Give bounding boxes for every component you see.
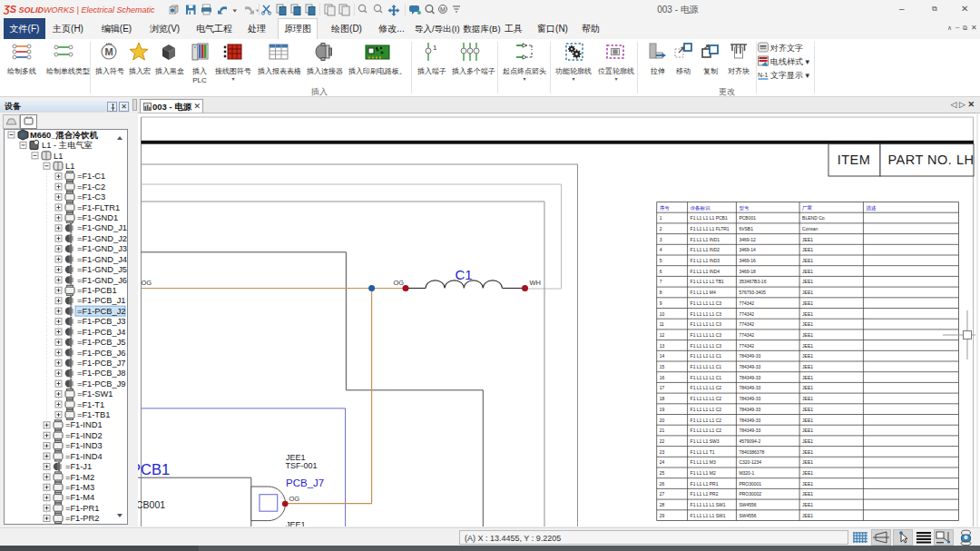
svg-text:7840386378: 7840386378 (739, 449, 764, 455)
svg-text:F1 L1 L1 SW3: F1 L1 L1 SW3 (691, 438, 720, 444)
svg-text:F1 L1 L1 IND3: F1 L1 L1 IND3 (691, 258, 720, 263)
svg-text:F1 L1 L1 L1 C2: F1 L1 L1 L1 C2 (691, 428, 722, 433)
svg-text:JEE1: JEE1 (802, 375, 813, 380)
svg-text:19: 19 (660, 407, 665, 412)
svg-text:JEE1: JEE1 (802, 247, 813, 252)
svg-text:=F1-GND_J5: =F1-GND_J5 (77, 265, 127, 274)
svg-text:F1 L1 L1 L1 C2: F1 L1 L1 L1 C2 (691, 396, 722, 401)
svg-text:JEE1: JEE1 (802, 332, 813, 338)
svg-text:784349-33: 784349-33 (739, 385, 760, 390)
svg-text:3469-16: 3469-16 (739, 258, 756, 263)
svg-text:F1 L1 L1 L1 C3: F1 L1 L1 L1 C3 (691, 300, 722, 306)
svg-text:13: 13 (660, 343, 665, 349)
svg-text:L1: L1 (65, 162, 74, 171)
svg-text:8: 8 (660, 290, 662, 295)
svg-text:JEE1: JEE1 (802, 491, 813, 497)
svg-text:=F1-IND2: =F1-IND2 (65, 431, 103, 440)
svg-text:F1 L1 L1 L1 SW1: F1 L1 L1 L1 SW1 (691, 502, 726, 507)
svg-text:=F1-PCB_J4: =F1-PCB_J4 (77, 328, 125, 337)
svg-text:=F1-M2: =F1-M2 (65, 473, 94, 482)
svg-text:F1 L1 L1 L1 C2: F1 L1 L1 L1 C2 (691, 407, 722, 412)
svg-text:3469-14: 3469-14 (739, 247, 756, 252)
svg-text:L1 - 主电气室: L1 - 主电气室 (42, 141, 93, 150)
svg-text:10: 10 (660, 311, 665, 317)
svg-text:F1 L1 L1 M3: F1 L1 L1 M3 (691, 459, 716, 465)
svg-text:9: 9 (660, 300, 662, 306)
svg-text:OG: OG (289, 495, 299, 503)
svg-text:PRO30001: PRO30001 (739, 481, 761, 487)
svg-text:=F1-T1: =F1-T1 (77, 400, 104, 409)
svg-text:774342: 774342 (739, 343, 754, 349)
svg-text:=F1-PCB_J3: =F1-PCB_J3 (77, 317, 125, 326)
svg-text:设备标识: 设备标识 (691, 205, 711, 212)
svg-text:型号: 型号 (739, 205, 750, 211)
svg-text:F1 L1 L1 PR2: F1 L1 L1 PR2 (691, 491, 719, 497)
svg-text:=F1-M3: =F1-M3 (65, 483, 94, 492)
svg-text:4: 4 (660, 247, 662, 252)
svg-text:=F1-PCB_J9: =F1-PCB_J9 (77, 379, 125, 389)
svg-text:JEE1: JEE1 (802, 502, 813, 507)
svg-text:序号: 序号 (660, 205, 671, 212)
svg-text:JEE1: JEE1 (802, 385, 813, 390)
svg-text:SW4556: SW4556 (739, 513, 756, 518)
svg-text:F1 L1 L1 IND2: F1 L1 L1 IND2 (691, 247, 720, 252)
svg-text:JEE1: JEE1 (802, 407, 813, 412)
svg-text:F1 L1 L1 L1 PCB1: F1 L1 L1 L1 PCB1 (691, 215, 728, 221)
svg-text:=F1-C2: =F1-C2 (77, 182, 105, 192)
svg-text:厂家: 厂家 (802, 205, 813, 211)
svg-text:F1 L1 L1 IND1: F1 L1 L1 IND1 (691, 237, 720, 242)
svg-text:PCB001: PCB001 (739, 215, 756, 221)
svg-text:28: 28 (660, 502, 665, 507)
svg-text:JEE1: JEE1 (802, 449, 813, 455)
svg-text:=F1-IND3: =F1-IND3 (65, 441, 103, 450)
svg-text:PCB1: PCB1 (138, 461, 170, 477)
svg-text:PART NO. LH: PART NO. LH (888, 153, 975, 167)
svg-text:PCB_J7: PCB_J7 (286, 477, 324, 488)
svg-text:JEE1: JEE1 (802, 470, 813, 476)
svg-text:2: 2 (660, 226, 662, 231)
svg-text:PCB001: PCB001 (138, 499, 165, 510)
svg-text:6VSB1: 6VSB1 (739, 226, 753, 231)
svg-text:784349-33: 784349-33 (739, 353, 760, 359)
svg-text:=F1-TB1: =F1-TB1 (77, 410, 110, 419)
svg-text:16: 16 (660, 375, 665, 380)
svg-text:JEE1: JEE1 (802, 418, 813, 423)
svg-text:F1 L1 L1 L1 C3: F1 L1 L1 L1 C3 (691, 311, 722, 317)
svg-text:Consan: Consan (802, 226, 818, 231)
svg-text:JEE1: JEE1 (802, 353, 813, 359)
svg-text:774342: 774342 (739, 332, 754, 338)
svg-text:12: 12 (660, 332, 665, 338)
svg-text:=F1-J1: =F1-J1 (65, 462, 92, 471)
svg-text:SW4556: SW4556 (739, 502, 756, 507)
svg-text:774342: 774342 (739, 321, 754, 327)
svg-text:JEE1: JEE1 (802, 321, 813, 327)
svg-text:F1 L1 L1 M4: F1 L1 L1 M4 (691, 290, 716, 295)
svg-text:F1 L1 L1 T1: F1 L1 L1 T1 (691, 449, 715, 455)
svg-text:=F1-M4: =F1-M4 (65, 493, 94, 502)
svg-text:=F1-PCB_J5: =F1-PCB_J5 (77, 338, 125, 347)
svg-text:3469-12: 3469-12 (739, 237, 756, 242)
svg-text:JEE1: JEE1 (802, 364, 813, 369)
svg-text:1: 1 (660, 215, 662, 221)
svg-text:=F1-FLTR1: =F1-FLTR1 (77, 203, 120, 212)
svg-text:JEE1: JEE1 (802, 459, 813, 465)
svg-text:F1 L1 L1 L1 C3: F1 L1 L1 L1 C3 (691, 332, 722, 338)
svg-text:F1 L1 L1 L1 C1: F1 L1 L1 L1 C1 (691, 375, 722, 380)
svg-text:27: 27 (660, 491, 665, 497)
svg-text:L1: L1 (54, 152, 63, 161)
svg-text:M660_混合冷饮机: M660_混合冷饮机 (30, 130, 99, 140)
svg-text:JEE1: JEE1 (802, 279, 813, 284)
svg-text:F1 L1 L1 L1 C3: F1 L1 L1 L1 C3 (691, 321, 722, 327)
svg-text:PRO30002: PRO30002 (739, 491, 761, 497)
svg-text:M320-1: M320-1 (739, 470, 754, 476)
svg-text:24: 24 (660, 459, 665, 465)
svg-text:BLEND Co.: BLEND Co. (802, 215, 826, 221)
svg-text:OG: OG (142, 279, 152, 287)
svg-text:17: 17 (660, 385, 665, 390)
svg-text:3469-18: 3469-18 (739, 269, 756, 274)
svg-text:JEE1: JEE1 (802, 396, 813, 401)
svg-text:JEE1: JEE1 (802, 311, 813, 317)
svg-text:F1 L1 L1 M2: F1 L1 L1 M2 (691, 470, 716, 476)
svg-text:=F1-PR1: =F1-PR1 (65, 504, 99, 513)
svg-text:F1 L1 L1 L1 C1: F1 L1 L1 L1 C1 (691, 353, 722, 359)
